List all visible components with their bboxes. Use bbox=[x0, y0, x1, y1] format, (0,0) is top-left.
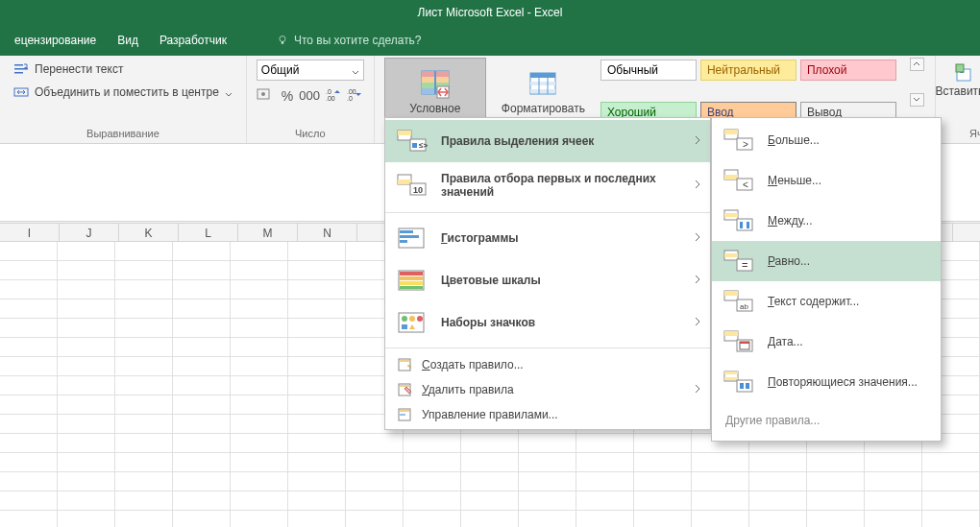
submenu-duplicate-values[interactable]: Повторяющиеся значения... bbox=[712, 362, 941, 402]
menu-highlight-cells-rules[interactable]: ≤> Правила выделения ячеек bbox=[385, 120, 710, 162]
merge-center-button[interactable]: Объединить и поместить в центре bbox=[10, 83, 236, 102]
cell[interactable] bbox=[404, 453, 461, 472]
tab-view[interactable]: Вид bbox=[117, 34, 138, 47]
cell[interactable] bbox=[173, 357, 231, 376]
cell[interactable] bbox=[807, 491, 865, 511]
cell[interactable] bbox=[692, 491, 749, 511]
cell[interactable] bbox=[58, 280, 115, 299]
cell[interactable] bbox=[692, 511, 749, 527]
menu-top-bottom-rules[interactable]: 10 Правила отбора первых и последних зна… bbox=[385, 162, 710, 208]
cell[interactable] bbox=[0, 434, 58, 453]
cell[interactable] bbox=[115, 319, 173, 338]
cell[interactable] bbox=[58, 472, 115, 491]
cell[interactable] bbox=[173, 242, 231, 261]
cell[interactable] bbox=[346, 434, 404, 453]
cell[interactable] bbox=[173, 299, 231, 319]
cell[interactable] bbox=[461, 472, 519, 491]
number-format-combo[interactable]: Общий bbox=[257, 60, 364, 81]
cell[interactable] bbox=[0, 395, 58, 415]
cell[interactable] bbox=[461, 511, 519, 527]
currency-button[interactable] bbox=[257, 86, 276, 105]
cell[interactable] bbox=[288, 434, 346, 453]
cell[interactable] bbox=[231, 280, 288, 299]
cell[interactable] bbox=[807, 472, 865, 491]
cell[interactable] bbox=[231, 242, 288, 261]
cell[interactable] bbox=[461, 491, 519, 511]
insert-cells-button[interactable]: Вставить bbox=[945, 60, 980, 102]
cell[interactable] bbox=[0, 280, 58, 299]
cell[interactable] bbox=[173, 415, 231, 434]
cell[interactable] bbox=[58, 242, 115, 261]
cell[interactable] bbox=[173, 395, 231, 415]
cell[interactable] bbox=[749, 453, 807, 472]
cell[interactable] bbox=[576, 472, 634, 491]
cell[interactable] bbox=[288, 395, 346, 415]
increase-decimal-button[interactable]: .0.00 bbox=[326, 86, 341, 105]
cell[interactable] bbox=[115, 472, 173, 491]
cell[interactable] bbox=[58, 261, 115, 280]
cell[interactable] bbox=[865, 472, 922, 491]
cell[interactable] bbox=[58, 376, 115, 395]
cell[interactable] bbox=[0, 453, 58, 472]
menu-icon-sets[interactable]: Наборы значков bbox=[385, 301, 710, 344]
cell[interactable] bbox=[58, 395, 115, 415]
cell[interactable] bbox=[115, 491, 173, 511]
cell[interactable] bbox=[231, 453, 288, 472]
cell[interactable] bbox=[115, 357, 173, 376]
cell[interactable] bbox=[922, 453, 980, 472]
submenu-between[interactable]: Между... bbox=[712, 201, 941, 241]
cell[interactable] bbox=[231, 261, 288, 280]
cell[interactable] bbox=[231, 434, 288, 453]
cell[interactable] bbox=[0, 472, 58, 491]
cell[interactable] bbox=[576, 453, 634, 472]
cell[interactable] bbox=[922, 472, 980, 491]
submenu-text-contains[interactable]: ab Текст содержит... bbox=[712, 281, 941, 322]
submenu-less-than[interactable]: < Меньше... bbox=[712, 160, 941, 201]
cell[interactable] bbox=[288, 261, 346, 280]
cell[interactable] bbox=[0, 338, 58, 357]
cell[interactable] bbox=[115, 280, 173, 299]
cell[interactable] bbox=[231, 511, 288, 527]
column-header[interactable]: I bbox=[0, 224, 60, 241]
cell[interactable] bbox=[231, 319, 288, 338]
cell[interactable] bbox=[288, 376, 346, 395]
cell[interactable] bbox=[173, 319, 231, 338]
cell[interactable] bbox=[231, 491, 288, 511]
cell[interactable] bbox=[519, 472, 576, 491]
cell[interactable] bbox=[749, 511, 807, 527]
cell[interactable] bbox=[634, 453, 692, 472]
cell[interactable] bbox=[0, 299, 58, 319]
decrease-decimal-button[interactable]: .00.0 bbox=[347, 86, 362, 105]
cell[interactable] bbox=[115, 338, 173, 357]
tab-developer[interactable]: Разработчик bbox=[159, 34, 227, 47]
cell[interactable] bbox=[0, 415, 58, 434]
styles-scroll-up[interactable] bbox=[910, 58, 924, 71]
cell[interactable] bbox=[461, 434, 519, 453]
cell[interactable] bbox=[0, 491, 58, 511]
column-header[interactable]: M bbox=[238, 224, 298, 241]
cell[interactable] bbox=[231, 415, 288, 434]
cell[interactable] bbox=[692, 453, 749, 472]
menu-manage-rules[interactable]: Управление правилами... bbox=[385, 402, 710, 427]
cell[interactable] bbox=[749, 472, 807, 491]
cell[interactable] bbox=[231, 299, 288, 319]
cell[interactable] bbox=[519, 491, 576, 511]
cell[interactable] bbox=[865, 453, 922, 472]
style-bad[interactable]: Плохой bbox=[800, 60, 896, 81]
cell[interactable] bbox=[173, 376, 231, 395]
cell[interactable] bbox=[519, 511, 576, 527]
cell[interactable] bbox=[519, 453, 576, 472]
cell[interactable] bbox=[288, 453, 346, 472]
cell[interactable] bbox=[634, 491, 692, 511]
cell[interactable] bbox=[288, 319, 346, 338]
cell[interactable] bbox=[58, 415, 115, 434]
cell[interactable] bbox=[173, 472, 231, 491]
column-header[interactable]: L bbox=[179, 224, 238, 241]
cell[interactable] bbox=[58, 299, 115, 319]
cell[interactable] bbox=[461, 453, 519, 472]
cell[interactable] bbox=[58, 338, 115, 357]
cell[interactable] bbox=[58, 357, 115, 376]
comma-style-button[interactable]: 000 bbox=[299, 88, 320, 103]
tab-review[interactable]: ецензирование bbox=[14, 34, 96, 47]
cell[interactable] bbox=[576, 491, 634, 511]
